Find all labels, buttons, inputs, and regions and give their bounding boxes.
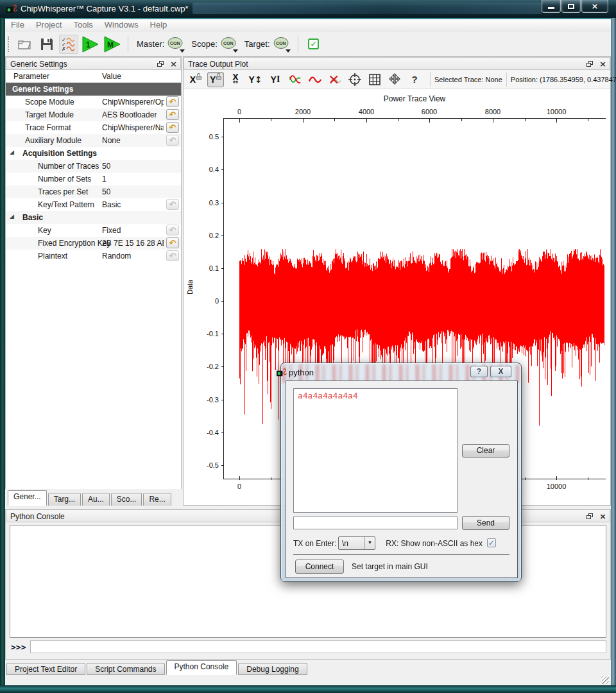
dialog-close-button[interactable]: X xyxy=(490,366,511,377)
y-autorange-button[interactable]: Y ↕ xyxy=(247,72,264,87)
menu-help[interactable]: Help xyxy=(144,19,173,33)
persistence-traces-button[interactable] xyxy=(287,72,304,87)
scope-dropdown-arrow[interactable] xyxy=(233,49,238,53)
python-dialog[interactable]: python ? X a4a4a4a4a4a4 Clear Send TX on… xyxy=(280,363,522,582)
parameter-value[interactable]: ChipWhisperer/Na xyxy=(102,123,164,132)
undo-default-button[interactable]: ↶ xyxy=(166,96,179,107)
parameter-value[interactable]: 50 xyxy=(102,162,110,171)
capture-many-button[interactable]: M xyxy=(103,35,122,54)
x-lock-button[interactable]: X xyxy=(187,72,204,87)
settings-row[interactable]: Key/Text PatternBasic↶ xyxy=(6,198,181,211)
settings-tab-2[interactable]: Au... xyxy=(82,493,110,506)
open-project-button[interactable] xyxy=(15,35,35,54)
y-lock-button[interactable]: Y xyxy=(207,72,224,87)
settings-row[interactable]: PlaintextRandom↶ xyxy=(6,250,181,262)
window-titlebar[interactable]: ChipWhisperer™ Capture V3.1 - default.cw… xyxy=(0,0,616,18)
close-button[interactable]: × xyxy=(581,0,608,13)
y-tick-label: -0.1 xyxy=(197,330,219,338)
capture-settings-button[interactable]: ✓ ✓ ✗ xyxy=(59,35,78,54)
connect-button[interactable]: Connect xyxy=(295,560,344,574)
bottom-tab-python-console[interactable]: Python Console xyxy=(166,660,237,675)
settings-row[interactable]: KeyFixed↶ xyxy=(6,224,181,237)
validate-settings-button[interactable]: ✓ xyxy=(304,35,323,54)
save-floppy-icon xyxy=(40,37,54,51)
dock-close-button[interactable]: × xyxy=(599,512,607,520)
clear-button[interactable]: Clear xyxy=(462,444,509,458)
dock-close-button[interactable]: × xyxy=(599,60,607,68)
menu-tools[interactable]: Tools xyxy=(67,19,98,33)
settings-tab-3[interactable]: Sco... xyxy=(111,493,142,506)
y-tick-label: -0.2 xyxy=(197,363,219,370)
parameter-value[interactable]: 50 xyxy=(102,187,110,196)
serial-input-field[interactable] xyxy=(293,517,458,529)
x-autorange-button[interactable]: X↔ xyxy=(227,72,244,87)
rx-hex-checkbox[interactable]: ✓ xyxy=(487,538,496,547)
undo-default-button[interactable]: ↶ xyxy=(166,122,179,133)
dock-float-button[interactable] xyxy=(156,60,164,68)
toolbar-drag-handle[interactable] xyxy=(8,37,10,52)
plot-toolbar: X Y X↔ Y ↕ Y I xyxy=(184,70,610,89)
master-dropdown-arrow[interactable] xyxy=(180,49,185,53)
settings-tab-4[interactable]: Re... xyxy=(143,493,171,506)
scope-connect-button[interactable]: CON xyxy=(220,37,238,52)
target-connect-button[interactable]: CON xyxy=(273,37,291,52)
crosshair-button[interactable] xyxy=(346,72,363,87)
y-tick-label: 0.2 xyxy=(197,232,219,239)
dock-float-button[interactable] xyxy=(585,512,594,520)
settings-group-row[interactable]: ◢Basic xyxy=(6,211,181,224)
send-button[interactable]: Send xyxy=(462,516,509,530)
bottom-tab-project-text-editor[interactable]: Project Text Editor xyxy=(6,663,85,675)
branch-expanded-icon[interactable]: ◢ xyxy=(10,213,14,219)
settings-dock-titlebar: Generic Settings × xyxy=(6,57,181,70)
minimize-button[interactable] xyxy=(542,0,561,13)
branch-expanded-icon[interactable]: ◢ xyxy=(10,149,14,155)
menu-file[interactable]: File xyxy=(5,19,30,33)
settings-row[interactable]: Fixed Encryption Key2B 7E 15 16 28 AE I↶ xyxy=(6,237,181,250)
settings-row[interactable]: Trace FormatChipWhisperer/Na↶ xyxy=(6,121,181,134)
parameter-value[interactable]: ChipWhisperer/Op xyxy=(102,98,164,107)
parameter-value[interactable]: 2B 7E 15 16 28 AE I xyxy=(102,239,164,248)
settings-tab-0[interactable]: Gener... xyxy=(8,490,47,506)
settings-row[interactable]: Traces per Set50 xyxy=(6,185,181,198)
maximize-button[interactable] xyxy=(561,0,581,13)
settings-row[interactable]: Number of Sets1 xyxy=(6,173,181,185)
tx-on-enter-combobox[interactable]: \n ▾ xyxy=(338,536,375,550)
settings-row[interactable]: Auxiliary ModuleNone↶ xyxy=(6,134,181,147)
parameter-value[interactable]: Fixed xyxy=(102,226,121,235)
dialog-help-button[interactable]: ? xyxy=(470,366,488,377)
settings-group-row[interactable]: ◢Acquisition Settings xyxy=(6,147,181,160)
settings-row[interactable]: Scope ModuleChipWhisperer/Op↶ xyxy=(6,96,181,108)
console-dock-title: Python Console xyxy=(10,512,65,521)
capture-one-button[interactable]: 1 xyxy=(81,35,100,54)
plot-dock-titlebar: Trace Output Plot × xyxy=(184,57,610,70)
clear-traces-button[interactable] xyxy=(327,72,343,87)
settings-row[interactable]: Target ModuleAES Bootloader↶ xyxy=(6,108,181,121)
y-limits-button[interactable]: Y I xyxy=(267,72,284,87)
parameter-value[interactable]: AES Bootloader xyxy=(102,110,157,119)
dock-float-button[interactable] xyxy=(585,60,594,68)
parameter-value[interactable]: 1 xyxy=(102,175,107,184)
master-connect-button[interactable]: CON xyxy=(167,37,185,52)
pan-button[interactable] xyxy=(386,72,403,87)
bottom-tab-debug-logging[interactable]: Debug Logging xyxy=(238,663,307,675)
undo-default-button[interactable]: ↶ xyxy=(166,109,179,120)
save-project-button[interactable] xyxy=(37,35,56,54)
parameter-value[interactable]: None xyxy=(102,136,121,145)
dock-close-button[interactable]: × xyxy=(169,60,178,68)
bottom-tab-script-commands[interactable]: Script Commands xyxy=(87,663,164,675)
console-input[interactable] xyxy=(30,640,606,653)
parameter-value[interactable]: Random xyxy=(102,252,131,261)
serial-output-area[interactable]: a4a4a4a4a4a4 xyxy=(293,388,458,513)
plot-help-button[interactable]: ? xyxy=(406,72,423,87)
grid-button[interactable] xyxy=(366,72,383,87)
settings-tab-1[interactable]: Targ... xyxy=(48,493,81,506)
menu-project[interactable]: Project xyxy=(30,19,67,33)
resize-grip[interactable] xyxy=(601,676,609,684)
undo-default-button[interactable]: ↶ xyxy=(166,237,179,248)
target-dropdown-arrow[interactable] xyxy=(286,49,291,53)
parameter-value[interactable]: Basic xyxy=(102,200,121,209)
single-trace-button[interactable] xyxy=(307,72,323,87)
settings-row[interactable]: Number of Traces50 xyxy=(6,160,181,173)
menu-windows[interactable]: Windows xyxy=(99,19,144,33)
combobox-dropdown-arrow[interactable]: ▾ xyxy=(364,537,375,549)
